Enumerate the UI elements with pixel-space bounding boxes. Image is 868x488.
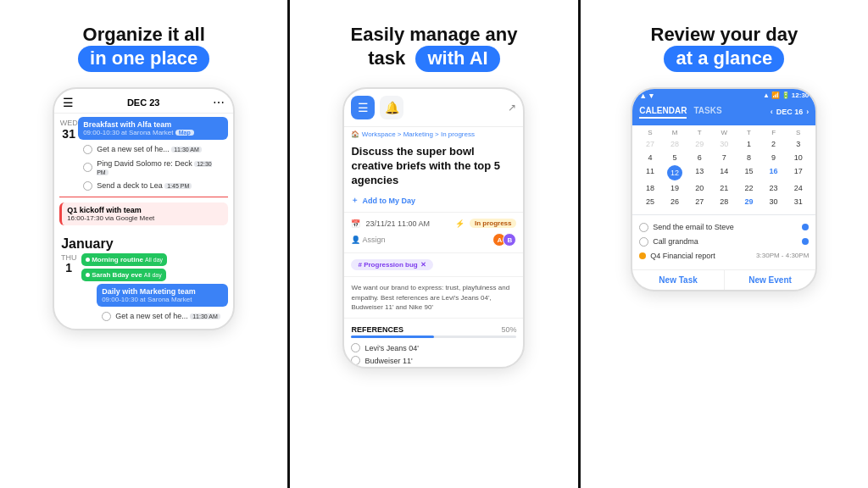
pill-sarah-bday: Sarah Bday eveAll day: [81, 269, 166, 281]
ref-item-budweiser: Budweiser 11': [344, 354, 523, 367]
task-description: We want our brand to express: trust, pla…: [344, 280, 523, 314]
phone1-mockup: ☰ DEC 23 ⋯ WED 31 Breakfast with Alfa te…: [53, 87, 235, 330]
new-task-button[interactable]: New Task: [632, 270, 724, 290]
task-title: Discuss the super bowl creative briefs w…: [344, 141, 523, 193]
phone1-day-row: WED 31 Breakfast with Alfa team 09:00-10…: [54, 114, 233, 195]
add-to-my-day-btn[interactable]: ＋ Add to My Day: [344, 192, 523, 208]
panel3-highlight: at a glance: [664, 46, 784, 71]
january-events: THU 1 Morning routineAll day Sarah Bday …: [54, 253, 233, 329]
ref-item-levis: Levi's Jeans 04': [344, 341, 523, 354]
task-email-steve: Send the email to Steve: [639, 220, 809, 235]
panel2-heading: Easily manage any task with AI: [351, 24, 518, 72]
bottom-bar: New Task New Event: [632, 269, 815, 290]
task-ping-david: Ping David Solomo re: Deck 12:30 PM: [78, 157, 228, 179]
task-list: Send the email to Steve Call grandma Q4 …: [632, 217, 815, 266]
prev-month-btn[interactable]: ‹: [771, 108, 773, 116]
phone2-topbar: ☰ 🔔 ↗: [344, 89, 523, 127]
references-header: REFERENCES 50%: [344, 322, 523, 336]
avatar-2: B: [503, 233, 516, 247]
task-send-deck: Send a deck to Lea 1:45 PM: [78, 179, 228, 193]
event-q1-kickoff: Q1 kickoff with team 16:00-17:30 via Goo…: [59, 202, 228, 225]
references-progress: [351, 336, 516, 338]
calendar-grid: SMTWTFS 27 28 29 30 1 2 3 4 5 6 7 8 9 10: [632, 125, 815, 213]
panel-calendar: Review your day at a glance ▲ ▾ ▲ 📶 🔋 12…: [581, 0, 868, 488]
panel-organize: Organize it all in one place ☰ DEC 23 ⋯ …: [0, 0, 290, 488]
tab-tasks[interactable]: TASKS: [693, 106, 721, 119]
panel1-heading: Organize it all in one place: [78, 24, 209, 72]
new-event-button[interactable]: New Event: [725, 270, 816, 290]
task-get-new: Get a new set of he... 11:30 AM: [78, 142, 228, 157]
breadcrumb: 🏠 Workspace > Marketing > In progress: [344, 127, 523, 141]
task-icon: ☰: [351, 96, 375, 119]
panel1-highlight: in one place: [78, 46, 209, 71]
pill-morning-routine: Morning routineAll day: [81, 253, 167, 266]
task-q4-financial: Q4 Financial report 3:30PM - 4:30PM: [639, 249, 809, 263]
calendar-header: CALENDAR TASKS ‹ DEC 16 ›: [632, 103, 815, 125]
calendar-nav: ‹ DEC 16 ›: [771, 108, 810, 116]
panel2-highlight: with AI: [415, 46, 499, 71]
today-cell: 12: [667, 165, 682, 180]
panel-manage: Easily manage any task with AI ☰ 🔔 ↗ 🏠 W…: [290, 0, 580, 488]
tag-progression-bug: # Progression bug ✕: [351, 259, 432, 270]
event-breakfast: Breakfast with Alfa team 09:00-10:30 at …: [78, 117, 228, 140]
phone3-mockup: ▲ ▾ ▲ 📶 🔋 12:30 CALENDAR TASKS ‹ DEC 16 …: [631, 87, 817, 291]
bell-icon: 🔔: [380, 96, 403, 119]
tab-calendar[interactable]: CALENDAR: [639, 106, 687, 119]
panel3-heading: Review your day at a glance: [651, 24, 798, 72]
assign-row: 👤 Assign A B: [344, 230, 523, 249]
next-month-btn[interactable]: ›: [806, 108, 809, 116]
month-label: January: [54, 231, 233, 253]
task-meta-date: 📅 23/11/21 11:00 AM ⚡ In progress: [344, 216, 523, 230]
phone2-mockup: ☰ 🔔 ↗ 🏠 Workspace > Marketing > In progr…: [342, 87, 525, 369]
status-bar: ▲ ▾ ▲ 📶 🔋 12:30: [632, 89, 815, 103]
phone1-header: ☰ DEC 23 ⋯: [54, 89, 233, 114]
task-call-grandma: Call grandma: [639, 235, 809, 249]
status-badge: In progress: [470, 219, 517, 228]
phone1-date: DEC 23: [127, 97, 160, 108]
event-daily-marketing: Daily with Marketing team 09:00-10:30 at…: [97, 284, 228, 307]
task-get-new-jan: Get a new set of he... 11:30 AM: [97, 309, 228, 324]
